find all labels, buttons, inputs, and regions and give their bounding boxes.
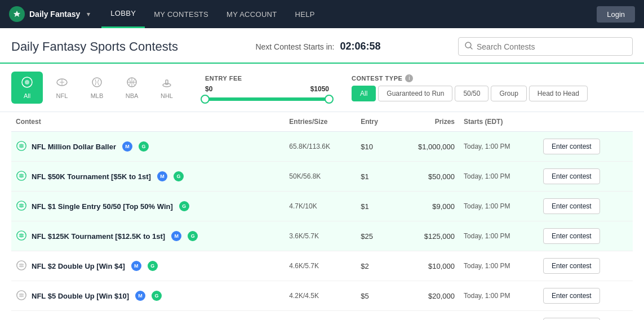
contest-name: NFL $2 Double Up [Win $4] bbox=[32, 262, 125, 270]
badge-g: G bbox=[188, 231, 198, 241]
sport-btn-nfl-label: NFL bbox=[56, 92, 68, 99]
table-container: Contest Entries/Size Entry Prizes Starts… bbox=[0, 112, 644, 320]
fee-slider-track[interactable] bbox=[205, 97, 329, 101]
type-btn-5050[interactable]: 50/50 bbox=[455, 86, 488, 101]
action-cell: Enter contest bbox=[539, 221, 633, 251]
contest-name: NFL $1 Single Entry 50/50 [Top 50% Win] bbox=[32, 202, 173, 211]
sport-icon-cell bbox=[16, 200, 27, 213]
contest-name: NFL $5 Double Up [Win $10] bbox=[32, 292, 129, 300]
starts-cell: Today, 1:00 PM bbox=[459, 132, 539, 162]
fee-slider-thumb-right[interactable] bbox=[325, 95, 334, 104]
sport-filters: All NFL bbox=[11, 72, 183, 104]
search-icon bbox=[464, 41, 473, 52]
page: Daily Fantasy Sports Contests Next Conte… bbox=[0, 28, 644, 320]
starts-cell: Today, 1:00 PM bbox=[459, 192, 539, 221]
sport-btn-nfl[interactable]: NFL bbox=[46, 72, 78, 104]
search-input[interactable] bbox=[477, 42, 627, 51]
svg-point-18 bbox=[19, 174, 23, 177]
type-btn-all[interactable]: All bbox=[352, 86, 376, 101]
type-btn-h2h[interactable]: Head to Head bbox=[529, 86, 588, 101]
sport-btn-all[interactable]: All bbox=[11, 72, 43, 104]
svg-point-11 bbox=[163, 83, 171, 87]
table-header-row: Contest Entries/Size Entry Prizes Starts… bbox=[11, 112, 633, 132]
sport-btn-nba[interactable]: NBA bbox=[116, 72, 148, 104]
entry-fee-cell: $25 bbox=[356, 221, 394, 251]
enter-contest-button[interactable]: Enter contest bbox=[543, 168, 600, 184]
col-entries: Entries/Size bbox=[285, 112, 356, 132]
sport-btn-mlb[interactable]: MLB bbox=[81, 72, 113, 104]
badge-m: M bbox=[135, 291, 145, 301]
contest-name: NFL $125K Tournament [$12.5K to 1st] bbox=[32, 232, 165, 241]
contest-name-cell: NFL $50K Tournament [$5K to 1st] MG bbox=[11, 162, 285, 192]
starts-cell: Today, 1:00 PM bbox=[459, 281, 539, 311]
entries-size-cell: 4.2K/4.5K bbox=[285, 281, 356, 311]
fee-max-label: $1050 bbox=[310, 85, 329, 93]
action-cell: Enter contest bbox=[539, 192, 633, 221]
prizes-cell: $9,000 bbox=[394, 192, 459, 221]
entries-size-cell: 3.6K/5.7K bbox=[285, 221, 356, 251]
table-row: NFL $5 Double Up [Win $10] MG 4.2K/4.5K … bbox=[11, 281, 633, 311]
enter-contest-button[interactable]: Enter contest bbox=[543, 198, 600, 214]
brand-dropdown-icon[interactable]: ▾ bbox=[87, 11, 90, 18]
badge-m: M bbox=[122, 141, 132, 152]
nav-my-account[interactable]: MY ACCOUNT bbox=[217, 0, 286, 28]
badge-g: G bbox=[152, 291, 162, 301]
page-header: Daily Fantasy Sports Contests Next Conte… bbox=[0, 28, 644, 64]
table-row: NFL $125K Tournament [$12.5K to 1st] MG … bbox=[11, 221, 633, 251]
next-contest-info: Next Contest Starts in: 02:06:58 bbox=[189, 41, 447, 52]
contest-type-label-row: CONTEST TYPE i bbox=[352, 74, 588, 82]
enter-contest-button[interactable]: Enter contest bbox=[543, 228, 600, 244]
type-btn-group[interactable]: Group bbox=[491, 86, 526, 101]
fee-slider-thumb-left[interactable] bbox=[201, 95, 210, 104]
table-row: NFL $2 Double Up [Win $4] MG 4.6K/5.7K $… bbox=[11, 251, 633, 281]
svg-point-26 bbox=[19, 233, 23, 237]
brand-label: Daily Fantasy bbox=[29, 10, 80, 19]
table-row: NFL $50K Tournament [$5K to 1st] MG 50K/… bbox=[11, 162, 633, 192]
login-button[interactable]: Login bbox=[597, 6, 635, 23]
sport-btn-mlb-label: MLB bbox=[91, 92, 104, 99]
enter-contest-button[interactable]: Enter contest bbox=[543, 288, 600, 304]
baseball-icon bbox=[91, 76, 103, 90]
sport-btn-nba-label: NBA bbox=[126, 92, 139, 99]
contest-type-section: CONTEST TYPE i All Guaranteed to Run 50/… bbox=[352, 74, 588, 101]
nav-help[interactable]: HELP bbox=[286, 0, 324, 28]
sport-btn-nhl-label: NHL bbox=[161, 92, 173, 99]
col-starts: Starts (EDT) bbox=[459, 112, 539, 132]
action-cell: Enter contest bbox=[539, 311, 633, 321]
entries-size-cell: 4.7K/10K bbox=[285, 192, 356, 221]
action-cell: Enter contest bbox=[539, 251, 633, 281]
enter-contest-button[interactable]: Enter contest bbox=[543, 318, 600, 320]
contest-type-info-icon[interactable]: i bbox=[405, 74, 413, 82]
col-entry: Entry bbox=[356, 112, 394, 132]
enter-contest-button[interactable]: Enter contest bbox=[543, 139, 600, 154]
svg-point-7 bbox=[92, 78, 101, 87]
badge-g: G bbox=[174, 171, 184, 181]
entries-size-cell: 50K/56.8K bbox=[285, 162, 356, 192]
entry-fee-cell: $10 bbox=[356, 132, 394, 162]
sport-btn-nhl[interactable]: NHL bbox=[151, 72, 183, 104]
football-icon bbox=[56, 76, 68, 90]
action-cell: Enter contest bbox=[539, 132, 633, 162]
fee-range-labels: $0 $1050 bbox=[205, 85, 329, 93]
svg-point-14 bbox=[19, 144, 23, 148]
badge-m: M bbox=[157, 171, 167, 181]
brand[interactable]: Daily Fantasy ▾ bbox=[9, 6, 90, 22]
hockey-icon bbox=[161, 76, 173, 90]
nav-lobby[interactable]: LOBBY bbox=[101, 0, 145, 28]
action-cell: Enter contest bbox=[539, 281, 633, 311]
type-btn-guaranteed[interactable]: Guaranteed to Run bbox=[378, 86, 452, 101]
entry-fee-cell: $1 bbox=[356, 192, 394, 221]
sport-icon-cell bbox=[16, 260, 27, 273]
svg-rect-12 bbox=[166, 80, 168, 85]
contest-name: NFL $50K Tournament [$5K to 1st] bbox=[32, 172, 151, 181]
enter-contest-button[interactable]: Enter contest bbox=[543, 258, 600, 274]
contest-name-cell: NFL $5 Double Up [Win $10] MG bbox=[11, 281, 285, 311]
svg-line-1 bbox=[470, 47, 472, 49]
nav-my-contests[interactable]: MY CONTESTS bbox=[145, 0, 217, 28]
page-title: Daily Fantasy Sports Contests bbox=[11, 39, 178, 54]
entries-size-cell: 4.6K/5.7K bbox=[285, 251, 356, 281]
prizes-cell: $125,000 bbox=[394, 221, 459, 251]
contests-table: Contest Entries/Size Entry Prizes Starts… bbox=[11, 112, 633, 320]
col-contest: Contest bbox=[11, 112, 285, 132]
badge-g: G bbox=[139, 141, 149, 152]
